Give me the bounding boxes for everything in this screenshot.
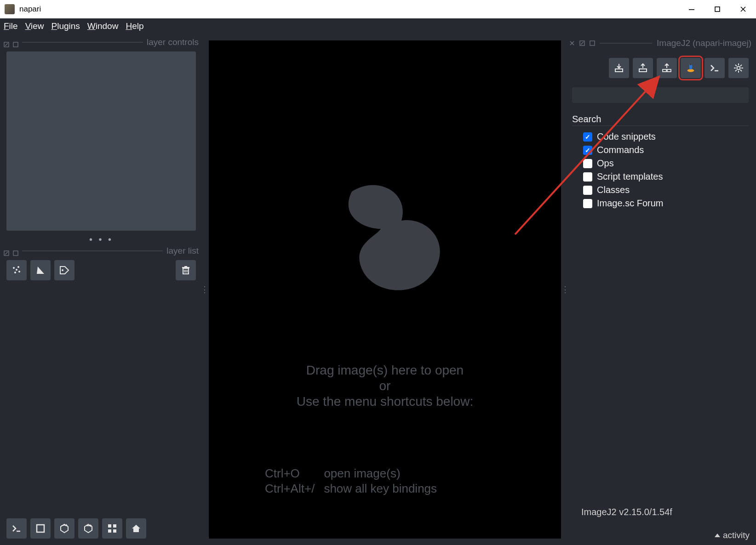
svg-rect-31 <box>113 529 116 533</box>
layer-controls-header: layer controls <box>4 36 199 49</box>
shortcut-row: Ctrl+Alt+/ show all key bindings <box>265 482 445 496</box>
splitter-right[interactable]: ⋮ <box>563 34 567 545</box>
pop-out-icon[interactable] <box>4 40 9 45</box>
checkbox-icon[interactable] <box>583 186 592 195</box>
plugin-title: ImageJ2 (napari-imagej) <box>657 38 751 48</box>
svg-rect-42 <box>667 69 671 72</box>
filter-ops[interactable]: Ops <box>583 158 751 169</box>
script-console-button[interactable] <box>704 58 725 78</box>
svg-rect-41 <box>663 69 666 72</box>
export-all-button[interactable] <box>657 58 677 78</box>
ndisplay-button[interactable] <box>30 518 51 539</box>
imagej-status-bar <box>572 87 749 103</box>
search-filters: Code snippets Commands Ops Script templa… <box>583 131 751 209</box>
canvas-shortcuts: Ctrl+O open image(s) Ctrl+Alt+/ show all… <box>264 466 446 497</box>
activity-button[interactable]: activity <box>715 530 750 540</box>
checkbox-icon[interactable] <box>583 146 592 155</box>
svg-point-12 <box>14 272 16 273</box>
checkbox-icon[interactable] <box>583 199 592 208</box>
window-maximize-button[interactable] <box>704 0 730 18</box>
close-plugin-icon[interactable] <box>569 38 575 48</box>
close-dock-icon[interactable] <box>13 40 18 45</box>
new-labels-layer-button[interactable] <box>54 260 74 280</box>
menu-help[interactable]: Help <box>126 21 143 31</box>
svg-rect-28 <box>108 524 111 528</box>
menu-file[interactable]: File <box>4 21 18 31</box>
roll-dims-button[interactable] <box>54 518 74 539</box>
window-titlebar: napari <box>0 0 756 18</box>
svg-rect-24 <box>37 525 44 532</box>
svg-rect-1 <box>715 7 720 11</box>
imagej-gui-button[interactable] <box>681 58 701 78</box>
splitter-left[interactable]: ⋮ <box>202 34 207 545</box>
settings-button[interactable] <box>728 58 749 78</box>
svg-line-55 <box>740 65 742 66</box>
svg-point-47 <box>737 67 740 70</box>
svg-rect-19 <box>184 266 187 267</box>
svg-point-13 <box>18 271 20 272</box>
napari-logo-icon <box>302 146 468 312</box>
svg-rect-36 <box>590 41 595 45</box>
window-close-button[interactable] <box>730 0 756 18</box>
viewer-canvas[interactable]: Drag image(s) here to open or Use the me… <box>209 40 561 539</box>
window-title: napari <box>19 5 41 14</box>
svg-rect-29 <box>113 524 116 528</box>
chevron-up-icon <box>715 534 720 537</box>
imagej-toolbar <box>572 58 749 78</box>
layer-controls-label: layer controls <box>147 37 199 47</box>
transpose-dims-button[interactable] <box>78 518 98 539</box>
svg-point-14 <box>16 269 17 271</box>
delete-layer-button[interactable] <box>176 260 196 280</box>
pop-out-icon[interactable] <box>579 38 585 48</box>
svg-rect-30 <box>108 529 111 533</box>
plugin-panel: ImageJ2 (napari-imagej) <box>567 34 756 545</box>
search-input[interactable] <box>606 114 749 124</box>
hide-plugin-icon[interactable] <box>590 38 595 48</box>
canvas-hint-text: Drag image(s) here to open or Use the me… <box>209 362 561 410</box>
left-panel: layer controls • • • layer list <box>0 34 202 545</box>
filter-classes[interactable]: Classes <box>583 185 751 195</box>
search-row: Search <box>572 114 749 126</box>
svg-point-44 <box>687 69 694 72</box>
svg-line-53 <box>740 70 742 71</box>
svg-point-16 <box>62 269 63 271</box>
filter-imagesc-forum[interactable]: Image.sc Forum <box>583 198 751 209</box>
svg-line-54 <box>735 70 737 71</box>
layer-controls-panel <box>6 51 196 231</box>
layer-list-label: layer list <box>166 246 199 256</box>
menu-view[interactable]: View <box>25 21 44 31</box>
checkbox-icon[interactable] <box>583 132 592 142</box>
shortcut-row: Ctrl+O open image(s) <box>265 466 445 481</box>
home-button[interactable] <box>126 518 146 539</box>
grid-mode-button[interactable] <box>102 518 122 539</box>
plugin-header: ImageJ2 (napari-imagej) <box>569 37 751 50</box>
menubar: File View Plugins Window Help <box>0 18 756 34</box>
filter-commands[interactable]: Commands <box>583 145 751 155</box>
svg-rect-0 <box>689 9 694 10</box>
window-minimize-button[interactable] <box>679 0 704 18</box>
filter-script-templates[interactable]: Script templates <box>583 171 751 182</box>
search-label: Search <box>572 114 601 125</box>
svg-rect-6 <box>13 42 18 47</box>
panel-resize-handle[interactable]: • • • <box>4 234 199 244</box>
svg-line-35 <box>581 42 584 45</box>
close-dock-icon[interactable] <box>13 248 18 254</box>
menu-plugins[interactable]: Plugins <box>51 21 80 31</box>
pop-out-icon[interactable] <box>4 248 9 254</box>
layer-list-toolbar <box>6 260 196 280</box>
new-shapes-layer-button[interactable] <box>30 260 51 280</box>
console-button[interactable] <box>6 518 27 539</box>
svg-rect-37 <box>615 69 623 72</box>
svg-point-11 <box>17 266 19 268</box>
svg-rect-45 <box>690 64 691 65</box>
menu-window[interactable]: Window <box>87 21 119 31</box>
svg-rect-9 <box>13 251 18 255</box>
svg-line-5 <box>5 43 8 46</box>
checkbox-icon[interactable] <box>583 159 592 168</box>
viewer-toolbar <box>6 518 196 539</box>
checkbox-icon[interactable] <box>583 172 592 182</box>
import-button[interactable] <box>609 58 629 78</box>
filter-code-snippets[interactable]: Code snippets <box>583 131 751 142</box>
export-button[interactable] <box>633 58 653 78</box>
new-points-layer-button[interactable] <box>6 260 27 280</box>
